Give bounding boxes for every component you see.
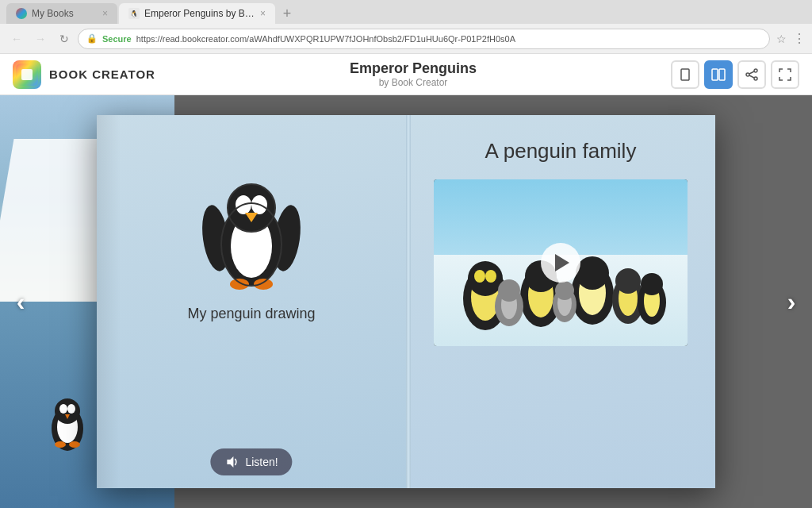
video-play-overlay: [434, 179, 688, 346]
svg-rect-3: [712, 69, 718, 80]
app-logo: [13, 60, 41, 89]
svg-point-17: [69, 441, 80, 448]
address-bar-row: ← → ↻ 🔒 Secure https://read.bookcreator.…: [0, 24, 812, 54]
main-reading-area: My penguin drawing Listen! A penguin fam…: [0, 95, 812, 508]
listen-button-container: Listen!: [210, 448, 292, 475]
double-page-view-button[interactable]: [704, 60, 733, 89]
book-title-area: Emperor Penguins by Book Creator: [155, 60, 671, 88]
single-page-view-button[interactable]: [671, 60, 699, 89]
penguin-drawing-svg: [196, 159, 307, 298]
left-page: My penguin drawing Listen!: [97, 115, 406, 488]
double-page-icon: [711, 67, 726, 82]
right-page-title: A penguin family: [430, 139, 691, 164]
penguin-drawing: [196, 159, 307, 298]
svg-point-7: [746, 73, 749, 76]
speaker-icon: [224, 455, 239, 469]
book-spread: My penguin drawing Listen! A penguin fam…: [97, 115, 715, 488]
video-container[interactable]: [434, 179, 688, 346]
svg-point-34: [230, 279, 249, 290]
penguin-drawing-caption: My penguin drawing: [187, 306, 315, 322]
header-actions: [671, 60, 799, 89]
svg-line-8: [749, 71, 754, 74]
page-fold-shadow: [97, 115, 121, 488]
app-title: BOOK CREATOR: [49, 67, 155, 81]
svg-point-6: [754, 77, 757, 80]
left-arrow-icon: ‹: [17, 287, 25, 317]
url-text: https://read.bookcreator.com/aWAhdfUWXPQ…: [136, 34, 515, 44]
share-button[interactable]: [737, 60, 766, 89]
svg-point-12: [55, 398, 80, 424]
my-books-favicon: [16, 8, 27, 19]
bookmark-button[interactable]: ☆: [776, 33, 787, 45]
new-tab-button[interactable]: +: [277, 3, 297, 24]
browser-menu-button[interactable]: ⋮: [793, 31, 806, 46]
svg-point-16: [55, 441, 66, 448]
svg-rect-4: [719, 69, 725, 80]
tab-emperor-penguins[interactable]: 🐧 Emperor Penguins by Book C... ×: [119, 3, 275, 24]
svg-rect-2: [681, 69, 689, 80]
book-spine: [406, 115, 411, 488]
tab-bar: My Books × 🐧 Emperor Penguins by Book C.…: [0, 0, 812, 24]
previous-page-button[interactable]: ‹: [6, 287, 35, 316]
tab-emperor-penguins-close[interactable]: ×: [260, 8, 266, 19]
book-subtitle: by Book Creator: [155, 77, 671, 88]
svg-point-14: [67, 404, 75, 414]
lock-icon: 🔒: [86, 33, 98, 44]
next-page-button[interactable]: ›: [777, 287, 806, 316]
listen-button[interactable]: Listen!: [210, 448, 292, 475]
fullscreen-button[interactable]: [771, 60, 799, 89]
svg-marker-38: [227, 456, 233, 468]
forward-button[interactable]: →: [30, 29, 51, 49]
tab-my-books-label: My Books: [32, 8, 74, 19]
tab-my-books-close[interactable]: ×: [102, 8, 108, 19]
fullscreen-icon: [778, 67, 792, 82]
right-arrow-icon: ›: [787, 287, 796, 317]
app-header: BOOK CREATOR Emperor Penguins by Book Cr…: [0, 54, 812, 95]
share-icon: [745, 67, 759, 82]
back-button[interactable]: ←: [6, 29, 27, 49]
svg-point-35: [254, 279, 273, 290]
svg-line-9: [749, 75, 754, 78]
svg-point-5: [754, 69, 757, 72]
svg-point-13: [59, 404, 67, 414]
single-page-icon: [678, 67, 692, 82]
refresh-button[interactable]: ↻: [54, 29, 75, 49]
browser-chrome: My Books × 🐧 Emperor Penguins by Book C.…: [0, 0, 812, 54]
svg-rect-1: [21, 69, 33, 80]
address-bar[interactable]: 🔒 Secure https://read.bookcreator.com/aW…: [78, 29, 770, 49]
play-button[interactable]: [541, 243, 580, 283]
book-title: Emperor Penguins: [155, 60, 671, 77]
play-triangle: [555, 254, 569, 271]
logo-icon: [16, 64, 38, 86]
tab-my-books[interactable]: My Books ×: [6, 3, 117, 24]
secure-label: Secure: [102, 34, 132, 44]
emperor-penguins-favicon: 🐧: [128, 8, 140, 19]
listen-label: Listen!: [245, 456, 278, 468]
tab-emperor-penguins-label: Emperor Penguins by Book C...: [144, 8, 255, 19]
right-page: A penguin family: [406, 115, 715, 488]
